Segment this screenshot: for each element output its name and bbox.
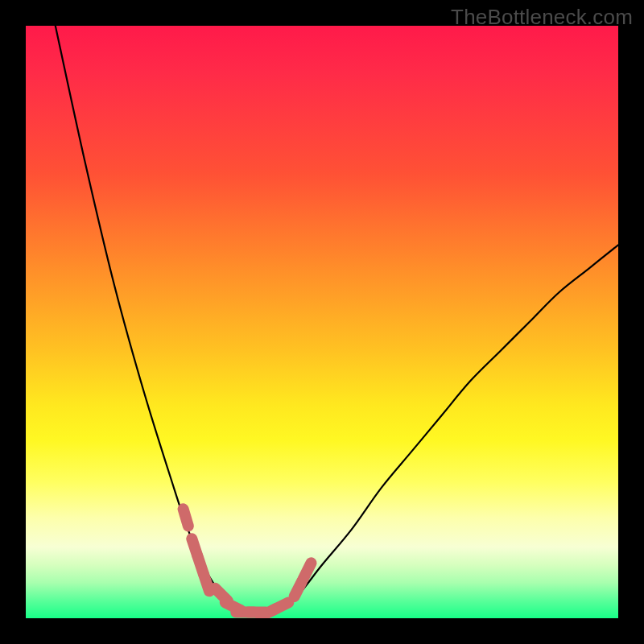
curve-path: [56, 26, 618, 613]
marker-dot: [204, 574, 209, 591]
marker-dot: [184, 509, 188, 526]
bottleneck-curve: [26, 26, 618, 618]
chart-frame: TheBottleneck.com: [0, 0, 644, 644]
marker-dot: [273, 602, 289, 610]
plot-area: [26, 26, 618, 618]
curve-path-group: [56, 26, 618, 613]
marker-group: [184, 509, 312, 616]
marker-dot: [303, 563, 312, 579]
